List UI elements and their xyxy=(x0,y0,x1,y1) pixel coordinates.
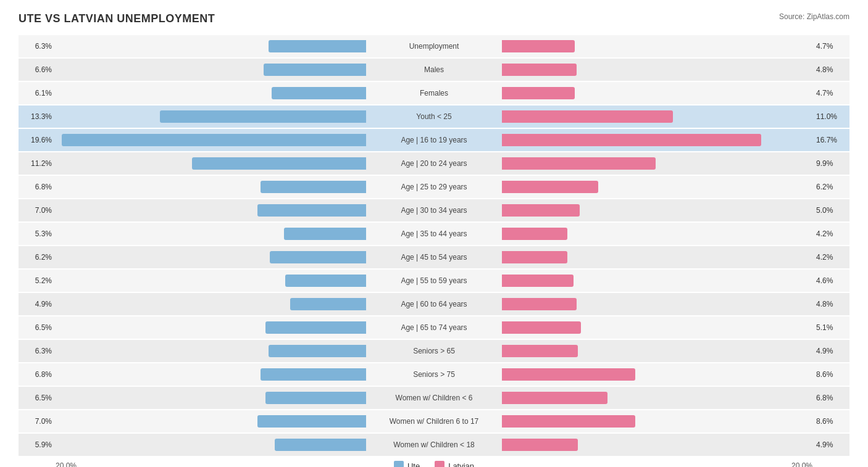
chart-footer: 20.0% Ute Latvian 20.0% xyxy=(19,461,849,467)
latvian-value: 9.9% xyxy=(812,159,849,168)
right-bar-area xyxy=(502,157,812,170)
ute-value: 6.3% xyxy=(19,42,56,51)
left-bar-area xyxy=(56,345,366,357)
row-label: Age | 45 to 54 years xyxy=(366,253,502,262)
ute-bar xyxy=(270,251,366,263)
row-label: Seniors > 65 xyxy=(366,347,502,355)
row-label: Age | 60 to 64 years xyxy=(366,300,502,308)
table-row: 4.9% Age | 60 to 64 years 4.8% xyxy=(19,293,849,315)
latvian-bar xyxy=(502,392,607,404)
latvian-color-box xyxy=(435,461,444,467)
left-bar-area xyxy=(56,134,366,146)
left-bar-area xyxy=(56,110,366,123)
ute-value: 6.3% xyxy=(19,347,56,355)
latvian-bar xyxy=(502,40,575,52)
table-row: 6.2% Age | 45 to 54 years 4.2% xyxy=(19,246,849,268)
latvian-bar xyxy=(502,134,761,146)
ute-value: 6.5% xyxy=(19,323,56,332)
right-bar-area xyxy=(502,87,812,99)
latvian-value: 8.6% xyxy=(812,370,849,379)
ute-bar xyxy=(290,298,366,310)
ute-bar xyxy=(160,110,366,123)
latvian-bar xyxy=(502,345,578,357)
chart-title: UTE VS LATVIAN UNEMPLOYMENT xyxy=(19,12,215,25)
left-bar-area xyxy=(56,87,366,99)
ute-value: 6.6% xyxy=(19,65,56,74)
ute-bar xyxy=(62,134,366,146)
ute-value: 6.2% xyxy=(19,253,56,262)
table-row: 7.0% Women w/ Children 6 to 17 8.6% xyxy=(19,410,849,432)
right-bar-area xyxy=(502,251,812,263)
latvian-value: 4.6% xyxy=(812,276,849,285)
right-bar-area xyxy=(502,110,812,123)
row-label: Youth < 25 xyxy=(366,112,502,121)
left-bar-area xyxy=(56,157,366,170)
axis-left-label: 20.0% xyxy=(56,461,77,467)
latvian-bar xyxy=(502,228,567,240)
latvian-value: 4.7% xyxy=(812,42,849,51)
chart-source: Source: ZipAtlas.com xyxy=(779,12,849,21)
chart-body: 6.3% Unemployment 4.7% 6.6% Males 4.8% 6… xyxy=(19,35,849,456)
ute-bar xyxy=(265,321,366,334)
ute-bar xyxy=(272,87,366,99)
left-bar-area xyxy=(56,275,366,287)
ute-value: 11.2% xyxy=(19,159,56,168)
latvian-bar xyxy=(502,275,574,287)
right-bar-area xyxy=(502,321,812,334)
row-label: Seniors > 75 xyxy=(366,370,502,379)
right-bar-area xyxy=(502,439,812,451)
axis-right-label: 20.0% xyxy=(791,461,812,467)
right-bar-area xyxy=(502,345,812,357)
latvian-bar xyxy=(502,157,656,170)
row-label: Age | 25 to 29 years xyxy=(366,183,502,191)
right-bar-area xyxy=(502,368,812,381)
ute-bar xyxy=(285,275,366,287)
ute-value: 5.2% xyxy=(19,276,56,285)
ute-value: 7.0% xyxy=(19,206,56,215)
ute-value: 6.5% xyxy=(19,394,56,402)
ute-color-box xyxy=(394,461,404,467)
ute-value: 5.3% xyxy=(19,229,56,238)
ute-bar xyxy=(257,415,366,428)
latvian-bar xyxy=(502,439,578,451)
latvian-value: 4.2% xyxy=(812,253,849,262)
ute-label: Ute xyxy=(407,461,420,468)
table-row: 6.8% Seniors > 75 8.6% xyxy=(19,363,849,386)
left-bar-area xyxy=(56,321,366,334)
latvian-value: 4.8% xyxy=(812,300,849,308)
latvian-bar xyxy=(502,321,581,334)
ute-value: 7.0% xyxy=(19,417,56,426)
table-row: 6.6% Males 4.8% xyxy=(19,59,849,81)
latvian-value: 4.2% xyxy=(812,229,849,238)
legend-latvian: Latvian xyxy=(435,461,474,467)
table-row: 6.3% Unemployment 4.7% xyxy=(19,35,849,57)
table-row: 19.6% Age | 16 to 19 years 16.7% xyxy=(19,129,849,151)
right-bar-area xyxy=(502,204,812,217)
right-bar-area xyxy=(502,181,812,193)
latvian-bar xyxy=(502,251,567,263)
ute-bar xyxy=(269,345,366,357)
left-bar-area xyxy=(56,298,366,310)
table-row: 13.3% Youth < 25 11.0% xyxy=(19,105,849,128)
right-bar-area xyxy=(502,40,812,52)
row-label: Women w/ Children 6 to 17 xyxy=(366,417,502,426)
ute-value: 6.8% xyxy=(19,183,56,191)
ute-value: 6.8% xyxy=(19,370,56,379)
latvian-value: 16.7% xyxy=(812,136,849,144)
ute-bar xyxy=(265,392,366,404)
table-row: 5.2% Age | 55 to 59 years 4.6% xyxy=(19,270,849,292)
latvian-bar xyxy=(502,415,635,428)
row-label: Age | 30 to 34 years xyxy=(366,206,502,215)
latvian-bar xyxy=(502,368,635,381)
left-bar-area xyxy=(56,228,366,240)
row-label: Age | 16 to 19 years xyxy=(366,136,502,144)
left-bar-area xyxy=(56,64,366,76)
ute-value: 4.9% xyxy=(19,300,56,308)
right-bar-area xyxy=(502,275,812,287)
table-row: 11.2% Age | 20 to 24 years 9.9% xyxy=(19,152,849,175)
latvian-bar xyxy=(502,298,577,310)
ute-bar xyxy=(264,64,366,76)
row-label: Females xyxy=(366,89,502,97)
row-label: Age | 20 to 24 years xyxy=(366,159,502,168)
legend: Ute Latvian xyxy=(394,461,474,467)
